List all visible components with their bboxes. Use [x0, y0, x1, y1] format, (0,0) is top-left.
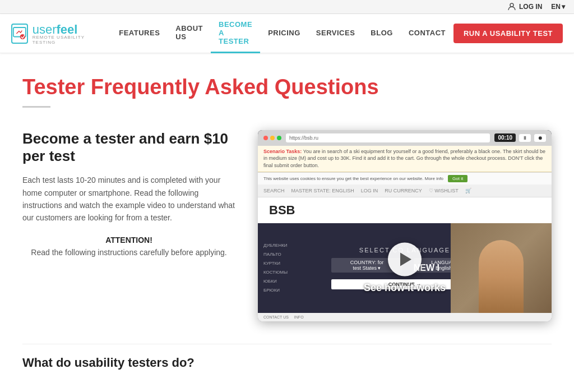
left-column: Become a tester and earn $10 per test Ea…: [22, 130, 235, 259]
attention-label: ATTENTION!: [22, 236, 235, 245]
nav-services[interactable]: SERVICES: [308, 14, 363, 53]
attention-text: Read the following instructions carefull…: [22, 247, 235, 259]
browser-toolbar-right: 00:10 ⏸ ⏺: [494, 133, 546, 142]
logo[interactable]: user feel REMOTE USABILITY TESTING: [11, 22, 94, 45]
task-label: Scenario Tasks:: [263, 149, 302, 154]
cookie-bar: This website uses cookies to ensure you …: [258, 172, 552, 185]
nav-pricing[interactable]: PRICING: [260, 14, 308, 53]
menu-item-1: ДУБЛЕНКИ: [263, 241, 288, 250]
browser-address-bar: https://bsb.ru: [286, 133, 490, 142]
dot-red: [263, 136, 268, 140]
page-title: Tester Frequently Asked Questions: [22, 76, 552, 99]
language-selector[interactable]: EN ▾: [551, 3, 565, 11]
contact-us: CONTACT US: [263, 315, 289, 319]
play-triangle-icon: [400, 252, 411, 266]
login-label: LOG IN: [519, 3, 542, 11]
lang-label: EN: [551, 3, 561, 11]
menu-item-4: КОСТЮМЫ: [263, 268, 288, 277]
nav-features[interactable]: FEATURES: [111, 14, 168, 53]
website-nav-links: SEARCH MASTER STATE: ENGLISH LOG IN RU C…: [263, 188, 471, 193]
website-preview: SEARCH MASTER STATE: ENGLISH LOG IN RU C…: [258, 185, 552, 321]
search-link: SEARCH: [263, 188, 285, 193]
log-link: LOG IN: [361, 188, 378, 193]
become-heading: Become a tester and earn $10 per test: [22, 130, 235, 165]
pause-btn[interactable]: ⏸: [519, 134, 531, 142]
header: user feel REMOTE USABILITY TESTING FEATU…: [0, 14, 574, 53]
logo-sub: REMOTE USABILITY TESTING: [33, 35, 95, 45]
website-contact-bar: CONTACT US INFO: [258, 313, 552, 321]
right-column: https://bsb.ru 00:10 ⏸ ⏺ Scenario Tasks:…: [258, 130, 552, 321]
info: INFO: [294, 315, 304, 319]
cookie-text: This website uses cookies to ensure you …: [263, 176, 443, 181]
website-logo: BSB: [263, 199, 300, 222]
two-col-section: Become a tester and earn $10 per test Ea…: [22, 130, 552, 321]
menu-item-5: ЮБКИ: [263, 277, 288, 286]
website-logo-row: BSB: [258, 197, 552, 223]
record-btn[interactable]: ⏺: [534, 134, 546, 142]
video-preview[interactable]: https://bsb.ru 00:10 ⏸ ⏺ Scenario Tasks:…: [258, 130, 552, 321]
figure-shape: [479, 240, 524, 313]
nav-about[interactable]: ABOUT US: [168, 14, 211, 53]
chevron-down-icon: ▾: [562, 3, 565, 11]
run-test-button[interactable]: RUN A USABILITY TEST: [453, 24, 563, 43]
dot-yellow: [270, 136, 275, 140]
see-how-text: See how it works: [364, 282, 446, 293]
currency-link: RU CURRENCY: [385, 188, 422, 193]
person-icon: [507, 2, 516, 11]
website-header-bar: SEARCH MASTER STATE: ENGLISH LOG IN RU C…: [258, 185, 552, 197]
task-bar: Scenario Tasks: You are in search of a s…: [258, 146, 552, 172]
page-title-section: Tester Frequently Asked Questions: [22, 53, 552, 130]
cookie-ok-button[interactable]: Got it: [448, 175, 467, 182]
browser-dots: [263, 136, 281, 140]
master-link: MASTER STATE: ENGLISH: [291, 188, 354, 193]
what-heading: What do usability testers do?: [22, 356, 552, 370]
wishlist-link: ♡ WISHLIST: [429, 188, 459, 193]
become-desc: Each test lasts 10-20 minutes and is com…: [22, 174, 235, 224]
dot-green: [277, 136, 281, 140]
menu-item-2: ПАЛЬТО: [263, 250, 288, 259]
main-nav: FEATURES ABOUT US BECOME A TESTER PRICIN…: [111, 14, 563, 53]
play-overlay[interactable]: See how it works: [364, 242, 446, 293]
title-underline: [22, 106, 50, 108]
time-display: 00:10: [494, 133, 516, 142]
main-content: Tester Frequently Asked Questions Become…: [0, 53, 574, 376]
svg-point-0: [510, 3, 513, 7]
hero-right-image: [451, 223, 552, 313]
nav-blog[interactable]: BLOG: [363, 14, 401, 53]
attention-block: ATTENTION! Read the following instructio…: [22, 236, 235, 259]
nav-become-tester[interactable]: BECOME A TESTER: [211, 14, 260, 53]
play-button[interactable]: [388, 242, 422, 276]
login-link[interactable]: LOG IN: [507, 2, 542, 11]
hero-left-menu: ДУБЛЕНКИ ПАЛЬТО КУРТКИ КОСТЮМЫ ЮБКИ БРЮК…: [263, 241, 288, 295]
task-text: You are in search of a ski equipment for…: [263, 149, 545, 168]
nav-contact[interactable]: CONTACT: [401, 14, 453, 53]
logo-icon: [11, 24, 28, 44]
browser-bar: https://bsb.ru 00:10 ⏸ ⏺: [258, 130, 552, 146]
logo-svg: [12, 26, 27, 41]
website-hero: ДУБЛЕНКИ ПАЛЬТО КУРТКИ КОСТЮМЫ ЮБКИ БРЮК…: [258, 223, 552, 313]
top-bar: LOG IN EN ▾: [0, 0, 574, 14]
address-text: https://bsb.ru: [289, 135, 318, 141]
logo-text-group: user feel REMOTE USABILITY TESTING: [33, 22, 95, 45]
menu-item-3: КУРТКИ: [263, 259, 288, 268]
menu-item-6: БРЮКИ: [263, 286, 288, 295]
cart-icon: 🛒: [465, 188, 471, 193]
what-section: What do usability testers do?: [22, 344, 552, 376]
